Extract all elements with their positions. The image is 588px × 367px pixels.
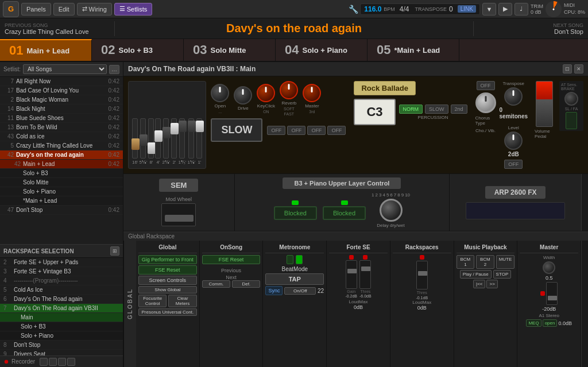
drawbar-7[interactable]: 1⅗': [178, 118, 186, 165]
rackspace-item-2[interactable]: 2 Forte SE + Upper + Pads: [0, 258, 123, 267]
patch-tab-3[interactable]: 03 Solo Mitte: [184, 39, 276, 61]
song-item-42[interactable]: 42 Davy's on the road again 0:42: [0, 150, 123, 160]
blocked-btn-2[interactable]: Blocked: [323, 206, 366, 220]
slow-btn[interactable]: SLOW: [211, 118, 262, 142]
sync-btn[interactable]: Sync: [265, 286, 283, 295]
right-scrollbar[interactable]: [581, 174, 588, 231]
inst-expand-btn[interactable]: ⊡: [563, 64, 572, 74]
bcm1-btn[interactable]: BCM 1: [457, 255, 475, 269]
drawbar-3[interactable]: 8': [148, 118, 154, 165]
blocked-btn-1[interactable]: Blocked: [274, 206, 317, 220]
clear-meters-btn[interactable]: Clear Meters: [168, 295, 196, 307]
song-item-43[interactable]: 43 Cold as ice 0:42: [0, 132, 123, 141]
song-item-solo-piano[interactable]: Solo + Piano: [0, 187, 123, 196]
song-item-5[interactable]: 5 Crazy Little Thing Called Love 0:42: [0, 141, 123, 150]
song-item-17[interactable]: 17 Bad Case Of Loving You 0:42: [0, 86, 123, 95]
wiring-btn[interactable]: ⇄ Wiring: [77, 3, 112, 16]
rackspace-menu-btn[interactable]: ⊞: [110, 246, 119, 256]
on-off-btn[interactable]: On/Off: [284, 287, 316, 295]
meq-open-btn[interactable]: open: [543, 319, 558, 327]
transport-down-btn[interactable]: ▼: [482, 3, 496, 16]
2nd-btn[interactable]: 2nd: [451, 105, 467, 114]
global-right-scrollbar[interactable]: [581, 241, 588, 367]
drive-knob[interactable]: [234, 86, 252, 105]
slow-lbl-btn[interactable]: SLOW: [425, 105, 448, 114]
song-item-11[interactable]: 11 Blue Suede Shoes 0:42: [0, 114, 123, 123]
at-sens-knob[interactable]: [564, 92, 578, 106]
panels-btn[interactable]: Panels: [21, 3, 51, 16]
setlist-menu-btn[interactable]: …: [109, 65, 119, 74]
song-item-2[interactable]: 2 Black Magic Woman 0:42: [0, 95, 123, 105]
tap-btn[interactable]: TAP: [265, 273, 324, 285]
transport-play-btn[interactable]: ▶: [498, 3, 512, 16]
gig-performer-btn[interactable]: Gig Performer to Front: [138, 255, 197, 264]
drawbar-8[interactable]: 1⅓': [187, 118, 195, 165]
drawbar-2[interactable]: 5⅓': [139, 118, 147, 165]
rackspace-item-3[interactable]: 3 Forte SE + Vintage B3: [0, 267, 123, 276]
rec-btn-2[interactable]: [49, 358, 57, 366]
drawbar-1[interactable]: 16': [132, 118, 138, 165]
rackspace-item-solo-piano[interactable]: Solo + Piano: [0, 331, 123, 341]
fse-reset-btn[interactable]: FSE Reset: [202, 255, 261, 264]
toggle-off3[interactable]: OFF: [307, 126, 326, 135]
setlist-select[interactable]: All Songs: [23, 64, 107, 74]
rackspace-item-5[interactable]: 5 Cold As Ice: [0, 285, 123, 295]
rec-btn-4[interactable]: [67, 358, 75, 366]
rackspace-item-main[interactable]: Main: [0, 313, 123, 322]
rackspace-item-4[interactable]: 4 ----------(Program)----------: [0, 276, 123, 285]
rec-btn-3[interactable]: [58, 358, 66, 366]
drawbar-6[interactable]: 2': [171, 118, 177, 165]
presonus-btn[interactable]: Presonus Universal Cont.: [138, 308, 197, 316]
delay-knob[interactable]: [380, 199, 403, 222]
patch-tab-1[interactable]: 01 Main + Lead: [0, 39, 92, 61]
song-item-7[interactable]: 7 All Right Now 0:42: [0, 77, 123, 86]
show-global-btn[interactable]: Show Global: [138, 286, 197, 293]
rack-fader-thres[interactable]: [416, 261, 428, 289]
screen-controls-btn[interactable]: Screen Controls: [138, 276, 197, 285]
rackspace-item-9[interactable]: 9 Drivers Seat: [0, 350, 123, 356]
song-item-main-lead[interactable]: 42 Main + Lead 0:42: [0, 160, 123, 169]
rackspace-item-7[interactable]: 7 Davy's On The Road again VB3II: [0, 304, 123, 313]
drawbar-9[interactable]: 1': [196, 118, 202, 165]
rackspace-item-6[interactable]: 6 Davy's On The Road again: [0, 295, 123, 304]
drawbar-5[interactable]: 2⅔': [162, 118, 170, 165]
song-item-13[interactable]: 13 Born To Be Wild 0:42: [0, 123, 123, 132]
drawbar-4[interactable]: 4': [155, 118, 161, 165]
keyclick-knob[interactable]: [257, 84, 275, 102]
chorus-off-btn[interactable]: OFF: [477, 81, 495, 90]
stop-btn[interactable]: STOP: [493, 270, 512, 279]
def-btn[interactable]: Def.: [232, 280, 260, 288]
patch-tab-5[interactable]: 05 *Main + Lead: [368, 39, 459, 61]
level-knob[interactable]: [504, 132, 523, 150]
level-off-btn[interactable]: OFF: [504, 160, 523, 169]
meq-btn[interactable]: MEQ: [526, 319, 541, 327]
toggle-off2[interactable]: OFF: [287, 126, 305, 135]
rackspace-item-8[interactable]: 8 Don't Stop: [0, 341, 123, 350]
transpose-knob[interactable]: [504, 87, 523, 106]
play-pause-btn[interactable]: Play / Pause: [460, 270, 492, 279]
norm-btn[interactable]: NORM: [399, 105, 423, 114]
inst-close-btn[interactable]: ✕: [574, 64, 583, 74]
fse-reset-global-btn[interactable]: FSE Reset: [138, 265, 197, 275]
patch-tab-4[interactable]: 04 Solo + Piano: [276, 39, 368, 61]
comm-btn[interactable]: Comm.: [202, 280, 230, 288]
chorus-knob[interactable]: [475, 92, 496, 113]
master-width-knob[interactable]: [543, 261, 555, 274]
song-item-solo-mitte[interactable]: Solo Mitte: [0, 178, 123, 187]
patch-tab-2[interactable]: 02 Solo + B3: [92, 39, 184, 61]
transport-metronome-btn[interactable]: ♩: [514, 3, 528, 16]
song-item-main-lead-2[interactable]: *Main + Lead: [0, 196, 123, 206]
reverb-knob[interactable]: [280, 81, 298, 99]
master-knob[interactable]: [303, 84, 321, 102]
bcm2-btn[interactable]: BCM 2: [476, 255, 494, 269]
sl-fa-slider[interactable]: [566, 112, 577, 129]
mod-wheel-slider[interactable]: [161, 203, 196, 226]
wrench-icon[interactable]: 🔧: [349, 5, 358, 14]
toggle-off1[interactable]: OFF: [267, 126, 285, 135]
forte-fader-gain[interactable]: [346, 260, 357, 289]
rec-btn-1[interactable]: [40, 358, 48, 366]
volume-pedal[interactable]: [536, 81, 553, 127]
link-btn[interactable]: LINK: [458, 5, 476, 13]
toggle-off4[interactable]: OFF: [327, 126, 346, 135]
song-item-47[interactable]: 47 Don't Stop 0:42: [0, 206, 123, 215]
